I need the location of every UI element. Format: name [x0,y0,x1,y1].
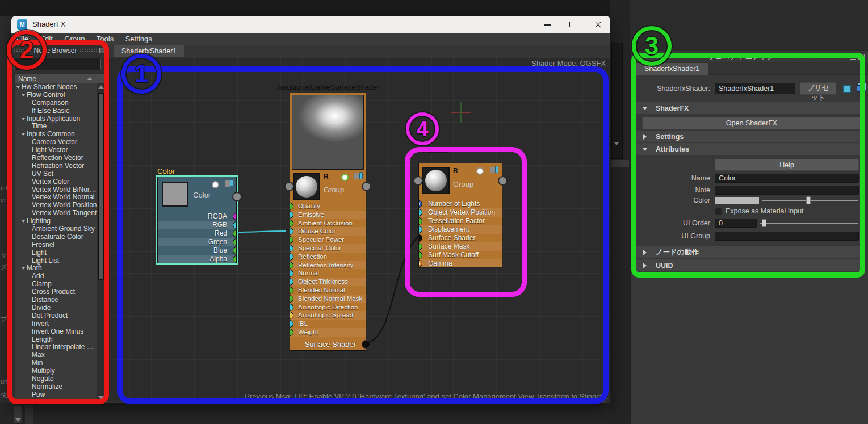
tree-item[interactable]: Distance [15,296,97,304]
tree-column-header[interactable]: Name [15,74,104,83]
port-dot[interactable] [290,245,293,252]
node-search-input[interactable] [14,58,101,70]
tree-item[interactable]: Invert One Minus [15,328,97,336]
port-dot[interactable] [290,253,293,261]
color-swatch[interactable] [715,197,759,204]
section-shaderfx[interactable]: ShaderFX [634,102,865,114]
scrollbar[interactable] [14,405,23,424]
tree-item[interactable]: Invert [15,320,97,328]
port-dot[interactable]: V [419,200,422,208]
layout-icon[interactable] [225,180,232,187]
property-editor-header[interactable]: プロパティ エディタ [631,51,868,62]
port-dot[interactable] [290,262,293,269]
input-port[interactable]: Weight [290,328,366,337]
note-input[interactable] [715,186,859,195]
sphere-thumbnail[interactable] [422,167,450,194]
tree-item[interactable]: If Else Basic [15,107,97,115]
tree-item[interactable]: Vertex World BiNor… [15,186,97,194]
input-port[interactable]: Surf Mask Cutoff [419,251,502,259]
node-editor-canvas[interactable]: Shader Mode: OGSFX Color Color [108,57,610,403]
port-dot[interactable] [290,329,293,336]
section-node-behavior[interactable]: ノードの動作 [634,246,865,258]
node-browser-header[interactable]: Node Browser [11,45,108,55]
panel-grip[interactable] [79,48,97,52]
output-port[interactable]: RGB [158,221,236,229]
node-connector[interactable] [498,176,508,186]
port-dot[interactable] [419,251,422,259]
input-port[interactable]: Opacity [290,202,366,211]
input-port[interactable]: Ambient Occlusion [290,219,366,228]
port-dot[interactable] [290,320,293,328]
port-dot[interactable] [419,243,422,250]
surface-shader-output-row[interactable]: Surface Shader [290,337,366,351]
tree-scrollbar[interactable] [97,83,104,401]
tree-item[interactable]: Inputs Common [15,131,97,138]
port-dot[interactable] [233,255,236,263]
input-port[interactable]: Surface Shader [419,234,502,242]
tree-item[interactable]: Refraction Vector [15,162,97,170]
input-port[interactable]: Surface Mask [419,242,502,251]
preset-button[interactable]: プリセット [800,82,836,95]
sphere-thumbnail[interactable] [293,173,320,200]
section-attributes[interactable]: Attributes [634,143,865,155]
input-port[interactable]: Tessellation Factor [419,217,502,225]
help-button[interactable]: Help [715,159,859,171]
tree-item[interactable]: Light Vector [15,146,97,154]
tree-item[interactable]: Vertex World Position [15,201,97,209]
tree-item[interactable]: Multiply [15,367,97,375]
layers-icon[interactable] [857,85,864,92]
tree-item[interactable]: Linear Interpolate … [15,343,97,351]
open-shaderfx-button[interactable]: Open ShaderFX [642,117,861,129]
port-dot[interactable] [290,304,293,311]
tree-item[interactable]: Fresnel [15,241,97,249]
node-connector[interactable] [284,182,294,191]
port-dot[interactable] [290,287,293,294]
tree-item[interactable]: Reflection Vector [15,154,97,162]
scrollbar-thumb[interactable] [98,93,104,280]
menu-file[interactable]: File [16,33,28,45]
tree-item[interactable]: Dot Product [15,312,97,320]
tree-item[interactable]: Inputs Application [15,115,97,123]
panel-grip[interactable] [634,55,706,59]
node-connector[interactable] [362,182,371,191]
output-port[interactable]: RGBA [158,212,236,221]
port-dot[interactable] [419,209,422,216]
slider-handle[interactable] [762,219,766,227]
node-connector[interactable] [232,192,242,201]
scroll-down-icon[interactable] [15,418,21,422]
tree-item[interactable]: Light [15,249,97,257]
output-port[interactable]: Blue [158,246,236,255]
wire-rgb-to-diffuse[interactable] [237,231,286,232]
panel-grip[interactable] [14,48,31,52]
input-port[interactable]: V Gamma [419,259,502,268]
port-dot[interactable]: V [419,260,422,267]
tree-item[interactable]: Pow [15,391,97,399]
popout-icon[interactable] [850,54,856,60]
close-button[interactable] [585,16,610,33]
swatch-render-icon[interactable] [341,174,349,181]
tree-item[interactable]: Vertex Color [15,178,97,186]
dock-icon[interactable] [858,54,865,60]
input-port[interactable]: IBL [290,320,366,328]
tree-item[interactable]: Light List [15,257,97,265]
tab-shaderfxshader1[interactable]: ShaderfxShader1 [114,45,184,57]
section-uuid[interactable]: UUID [634,259,865,271]
surface-shader-node-body[interactable]: R Group Opacity [290,93,366,351]
menu-edit[interactable]: Edit [40,33,52,45]
port-dot[interactable] [290,270,293,277]
ui-group-input[interactable] [715,232,859,241]
name-input[interactable] [715,174,859,183]
swatch-render-icon[interactable] [476,167,484,175]
input-port[interactable]: Blended Normal [290,286,366,295]
port-dot[interactable] [419,217,422,225]
output-port[interactable]: Alpha [158,255,236,263]
scroll-down-icon[interactable] [614,142,619,145]
input-port[interactable]: Displacement [419,225,502,234]
input-port[interactable]: Object Thickness [290,278,366,286]
port-dot[interactable] [233,213,236,220]
layout-icon[interactable] [490,167,497,173]
tree-item[interactable]: Math [15,265,97,272]
port-dot[interactable] [290,295,293,303]
port-dot[interactable] [290,220,293,227]
port-dot[interactable] [233,230,236,237]
